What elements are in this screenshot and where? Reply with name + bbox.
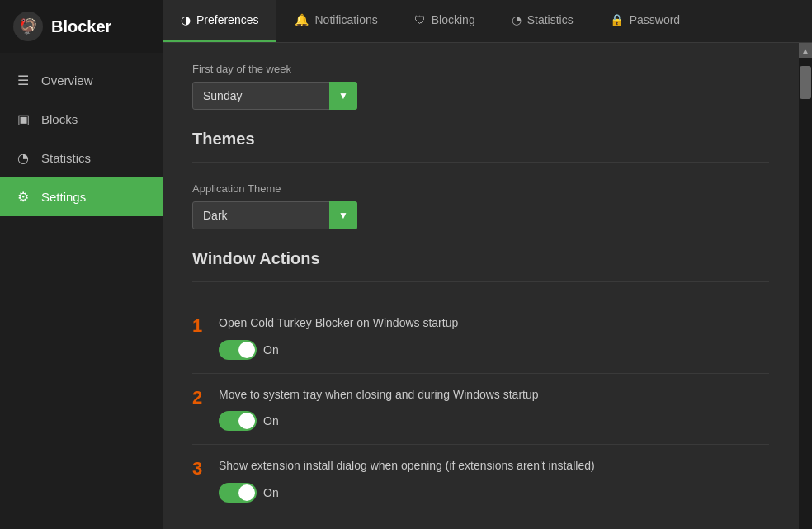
- tab-password[interactable]: 🔒 Password: [592, 0, 698, 42]
- settings-icon: ⚙: [15, 189, 31, 205]
- app-theme-label: Application Theme: [192, 182, 769, 195]
- sidebar-item-statistics-label: Statistics: [41, 151, 91, 165]
- action-desc-1: Open Cold Turkey Blocker on Windows star…: [219, 315, 458, 332]
- preferences-content: First day of the week Sunday Monday Tues…: [163, 43, 799, 529]
- tab-statistics-label: Statistics: [527, 13, 574, 26]
- preferences-tab-icon: ◑: [181, 13, 191, 26]
- action-item-3: 3 Show extension install dialog when ope…: [192, 445, 769, 516]
- blocking-tab-icon: 🛡: [414, 13, 426, 26]
- app-title: Blocker: [51, 17, 111, 36]
- toggle-label-2: On: [263, 414, 279, 427]
- window-actions-section: Window Actions 1 Open Cold Turkey Blocke…: [192, 249, 769, 516]
- toggle-2[interactable]: [219, 411, 257, 431]
- app-theme-select[interactable]: Dark Light System Default: [192, 201, 357, 229]
- toggle-knob-1: [238, 342, 255, 358]
- action-item-1: 1 Open Cold Turkey Blocker on Windows st…: [192, 302, 769, 374]
- action-number-2: 2: [192, 389, 210, 407]
- sidebar-item-blocks-label: Blocks: [41, 112, 78, 126]
- main-content: ◑ Preferences 🔔 Notifications 🛡 Blocking…: [163, 0, 812, 529]
- blocks-icon: ▣: [15, 111, 31, 127]
- toggle-knob-3: [238, 484, 255, 501]
- themes-title: Themes: [192, 130, 769, 149]
- notifications-tab-icon: 🔔: [295, 13, 309, 26]
- toggle-label-3: On: [263, 486, 279, 499]
- tab-blocking-label: Blocking: [432, 13, 475, 26]
- action-item-2: 2 Move to system tray when closing and d…: [192, 374, 769, 446]
- toggle-label-1: On: [263, 343, 279, 357]
- scrollbar-up-button[interactable]: ▲: [799, 43, 812, 58]
- themes-divider: [192, 162, 769, 163]
- tab-password-label: Password: [630, 13, 680, 26]
- tab-preferences-label: Preferences: [196, 13, 258, 26]
- tab-notifications-label: Notifications: [314, 13, 377, 26]
- action-row-3: 3 Show extension install dialog when ope…: [192, 458, 769, 483]
- app-theme-select-wrapper: Dark Light System Default ▼: [192, 201, 357, 229]
- tab-blocking[interactable]: 🛡 Blocking: [396, 0, 493, 42]
- tab-statistics[interactable]: ◔ Statistics: [493, 0, 592, 42]
- overview-icon: ☰: [15, 73, 31, 88]
- action-number-1: 1: [192, 317, 210, 335]
- toggle-knob-2: [238, 413, 255, 429]
- first-day-label: First day of the week: [192, 63, 769, 75]
- sidebar-item-overview-label: Overview: [41, 73, 93, 87]
- sidebar-item-statistics[interactable]: ◔ Statistics: [0, 139, 163, 177]
- action-row-2: 2 Move to system tray when closing and d…: [192, 387, 769, 412]
- toggle-3[interactable]: [219, 483, 257, 503]
- sidebar: 🦃 Blocker ☰ Overview ▣ Blocks ◔ Statisti…: [0, 0, 163, 529]
- toggle-row-1: On: [219, 340, 769, 360]
- action-desc-3: Show extension install dialog when openi…: [219, 458, 595, 475]
- toggle-1[interactable]: [219, 340, 257, 360]
- sidebar-nav: ☰ Overview ▣ Blocks ◔ Statistics ⚙ Setti…: [0, 53, 163, 529]
- tab-preferences[interactable]: ◑ Preferences: [163, 0, 276, 42]
- action-list: 1 Open Cold Turkey Blocker on Windows st…: [192, 302, 769, 516]
- sidebar-item-settings-label: Settings: [41, 190, 86, 204]
- toggle-row-2: On: [219, 411, 769, 431]
- tab-notifications[interactable]: 🔔 Notifications: [276, 0, 395, 42]
- statistics-tab-icon: ◔: [512, 13, 522, 26]
- sidebar-item-blocks[interactable]: ▣ Blocks: [0, 100, 163, 139]
- action-desc-2: Move to system tray when closing and dur…: [219, 387, 539, 404]
- password-tab-icon: 🔒: [610, 13, 624, 26]
- sidebar-item-settings[interactable]: ⚙ Settings: [0, 177, 163, 216]
- action-number-3: 3: [192, 460, 210, 478]
- action-row-1: 1 Open Cold Turkey Blocker on Windows st…: [192, 315, 769, 340]
- scrollbar-thumb[interactable]: [800, 66, 811, 99]
- tab-bar: ◑ Preferences 🔔 Notifications 🛡 Blocking…: [163, 0, 812, 43]
- first-day-section: First day of the week Sunday Monday Tues…: [192, 63, 769, 130]
- toggle-row-3: On: [219, 483, 769, 503]
- first-day-select[interactable]: Sunday Monday Tuesday: [192, 82, 357, 110]
- app-logo-icon: 🦃: [13, 12, 43, 41]
- window-actions-title: Window Actions: [192, 249, 769, 268]
- statistics-icon: ◔: [15, 150, 31, 166]
- window-actions-divider: [192, 281, 769, 282]
- themes-section: Themes Application Theme Dark Light Syst…: [192, 130, 769, 249]
- sidebar-logo: 🦃 Blocker: [0, 0, 163, 53]
- scrollbar-track: ▲ ▼: [799, 43, 812, 529]
- first-day-select-wrapper: Sunday Monday Tuesday ▼: [192, 82, 357, 110]
- sidebar-item-overview[interactable]: ☰ Overview: [0, 61, 163, 100]
